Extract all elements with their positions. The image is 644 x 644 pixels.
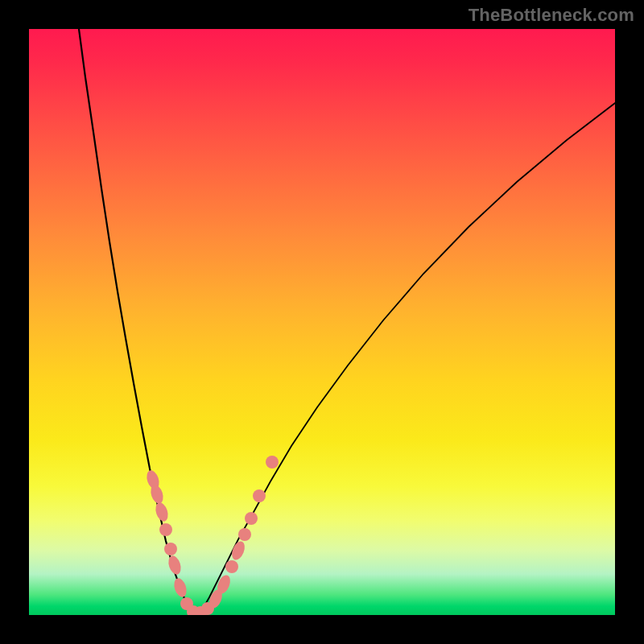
chart-frame: TheBottleneck.com xyxy=(0,0,644,644)
data-point xyxy=(266,456,279,469)
data-point xyxy=(225,560,238,573)
data-point xyxy=(172,576,189,598)
data-point xyxy=(167,554,184,576)
plot-area xyxy=(29,29,615,615)
data-point xyxy=(159,523,172,536)
curve-right-branch xyxy=(198,103,615,615)
curve-left-branch xyxy=(79,29,198,615)
data-points xyxy=(145,456,279,615)
watermark-text: TheBottleneck.com xyxy=(469,5,634,26)
data-point xyxy=(245,512,258,525)
data-point xyxy=(164,543,177,555)
curve-layer xyxy=(29,29,615,615)
data-point xyxy=(154,501,171,522)
data-point xyxy=(253,489,266,502)
data-point xyxy=(238,528,251,541)
